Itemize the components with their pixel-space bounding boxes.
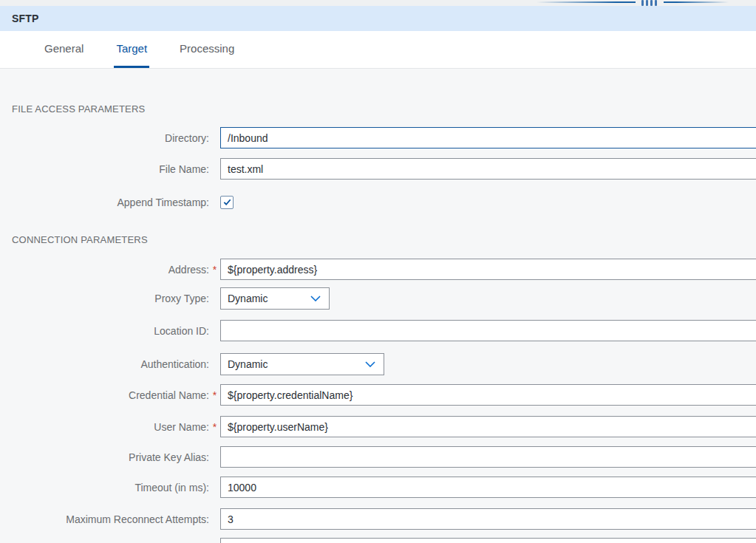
hash-bar [655, 0, 657, 6]
selected-value: Dynamic [228, 293, 268, 304]
required-indicator: * [209, 389, 220, 401]
form-row-max-reconnect-attempts: Maximum Reconnect Attempts: [0, 508, 756, 530]
field-label: Append Timestamp: [0, 197, 209, 208]
checkmark-icon [222, 197, 232, 207]
field-label: Authentication: [0, 358, 209, 370]
hash-bar [641, 0, 644, 6]
panel-header: SFTP [0, 6, 756, 31]
partially-visible-input[interactable] [220, 538, 756, 543]
field-label: File Name: [0, 163, 209, 175]
max-reconnect-attempts-input[interactable] [220, 508, 756, 530]
field-label: Directory: [0, 132, 209, 144]
form-row-credential-name: Credential Name: * [0, 384, 756, 406]
private-key-alias-input[interactable] [220, 446, 756, 468]
field-label: Timeout (in ms): [0, 482, 209, 494]
iflow-canvas-edge [0, 0, 756, 6]
form-row-address: Address: * [0, 259, 756, 280]
user-name-input[interactable] [220, 416, 756, 437]
field-label: Credential Name: [0, 389, 209, 401]
chevron-down-icon [310, 296, 321, 301]
form-row-private-key-alias: Private Key Alias: [0, 446, 756, 468]
form-row-partially-visible [0, 538, 756, 543]
target-tab-content: FILE ACCESS PARAMETERS Directory: File N… [0, 69, 756, 543]
proxy-type-select[interactable]: Dynamic [220, 287, 330, 310]
form-row-proxy-type: Proxy Type: Dynamic [0, 287, 756, 310]
tab-target[interactable]: Target [114, 31, 149, 68]
panel-title: SFTP [12, 13, 39, 24]
message-flow-line-left [537, 1, 636, 3]
tab-general[interactable]: General [42, 31, 86, 68]
message-flow-hash-icon [641, 0, 657, 6]
field-label: Address: [0, 264, 209, 276]
required-indicator: * [209, 264, 220, 276]
form-row-location-id: Location ID: [0, 320, 756, 341]
timeout-input[interactable] [220, 477, 756, 498]
field-label: User Name: [0, 421, 209, 433]
file-name-input[interactable] [220, 158, 756, 180]
hash-bar [650, 0, 653, 6]
chevron-down-icon [365, 361, 375, 367]
required-indicator: * [209, 421, 220, 433]
credential-name-input[interactable] [220, 384, 756, 406]
form-row-user-name: User Name: * [0, 416, 756, 437]
form-row-append-timestamp: Append Timestamp: [0, 191, 756, 213]
location-id-input[interactable] [220, 320, 756, 341]
form-row-authentication: Authentication: Dynamic [0, 353, 756, 375]
field-label: Private Key Alias: [0, 451, 209, 463]
selected-value: Dynamic [228, 358, 268, 370]
address-input[interactable] [220, 259, 756, 280]
section-title-connection: CONNECTION PARAMETERS [12, 234, 148, 245]
append-timestamp-checkbox[interactable] [220, 196, 234, 209]
message-flow-line-right [664, 1, 729, 3]
directory-input[interactable] [220, 127, 756, 148]
field-label: Location ID: [0, 325, 209, 337]
field-label: Proxy Type: [0, 293, 209, 304]
section-title-file-access: FILE ACCESS PARAMETERS [12, 103, 145, 115]
field-label: Maximum Reconnect Attempts: [0, 513, 209, 525]
form-row-file-name: File Name: [0, 158, 756, 180]
form-row-timeout: Timeout (in ms): [0, 477, 756, 498]
tab-processing[interactable]: Processing [177, 31, 236, 68]
form-row-directory: Directory: [0, 127, 756, 148]
tab-bar: General Target Processing [0, 31, 756, 69]
hash-bar [646, 0, 648, 6]
authentication-select[interactable]: Dynamic [220, 353, 384, 375]
